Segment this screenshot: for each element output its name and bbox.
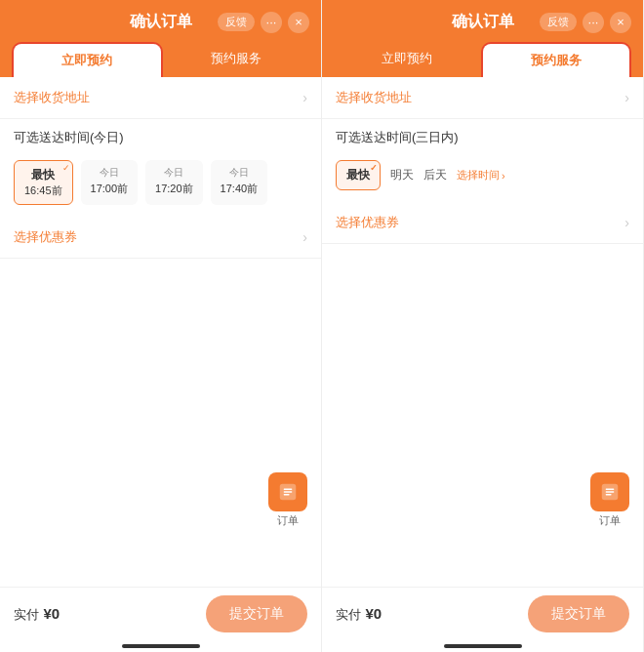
- right-timeslot-tomorrow[interactable]: 明天: [390, 167, 414, 183]
- left-timeslot-3[interactable]: 今日 17:40前: [211, 160, 268, 205]
- left-pay-label: 实付: [14, 607, 39, 622]
- left-bottom-bar: [122, 644, 200, 648]
- left-order-float-label: 订单: [277, 513, 299, 528]
- left-fastest-label: 最快: [31, 167, 55, 183]
- left-address-label: 选择收货地址: [14, 89, 90, 106]
- right-tab-scheduled[interactable]: 预约服务: [481, 42, 632, 77]
- left-header: 确认订单 反馈 ··· × 立即预约 预约服务: [0, 0, 321, 77]
- left-coupon-row[interactable]: 选择优惠券 ›: [0, 217, 321, 259]
- left-timeslot-value-3: 17:40前: [221, 182, 259, 196]
- left-submit-button[interactable]: 提交订单: [206, 595, 307, 632]
- right-timeslot-fastest[interactable]: ✓ 最快: [336, 160, 381, 190]
- right-header-title: 确认订单: [452, 12, 514, 32]
- right-panel: 确认订单 反馈 ··· × 立即预约 预约服务 选择收货地址 › 可选送达时间(…: [322, 0, 644, 652]
- right-fastest-label: 最快: [346, 167, 370, 183]
- right-feedback-button[interactable]: 反馈: [540, 13, 577, 31]
- right-header: 确认订单 反馈 ··· × 立即预约 预约服务: [322, 0, 643, 77]
- left-more-button[interactable]: ···: [261, 12, 282, 33]
- right-bottom-bar: [444, 644, 522, 648]
- left-timeslot-2[interactable]: 今日 17:20前: [145, 160, 203, 205]
- left-close-button[interactable]: ×: [288, 12, 309, 33]
- right-address-label: 选择收货地址: [336, 89, 412, 106]
- left-timeslot-value-1: 17:00前: [91, 182, 129, 196]
- left-coupon-chevron: ›: [302, 229, 307, 245]
- left-amount: ¥0: [43, 605, 60, 622]
- left-check-icon: ✓: [62, 163, 70, 173]
- right-close-button[interactable]: ×: [610, 12, 631, 33]
- left-timeslot-label-2: 今日: [164, 166, 183, 180]
- left-header-actions: 反馈 ··· ×: [218, 12, 309, 33]
- right-header-top: 确认订单 反馈 ··· ×: [334, 12, 631, 32]
- right-time-slots: ✓ 最快 明天 后天 选择时间 ›: [322, 152, 643, 202]
- left-address-chevron: ›: [302, 90, 307, 105]
- right-pay-label: 实付: [336, 607, 361, 622]
- left-timeslot-1[interactable]: 今日 17:00前: [81, 160, 139, 205]
- left-panel: 确认订单 反馈 ··· × 立即预约 预约服务 选择收货地址 › 可选送达时间(…: [0, 0, 322, 652]
- left-tab-immediate[interactable]: 立即预约: [12, 42, 163, 77]
- right-amount: ¥0: [365, 605, 382, 622]
- left-delivery-title: 可选送达时间(今日): [0, 119, 321, 152]
- left-order-float[interactable]: 订单: [268, 472, 307, 528]
- left-footer: 实付 ¥0 提交订单: [0, 587, 321, 640]
- right-address-row[interactable]: 选择收货地址 ›: [322, 77, 643, 119]
- left-timeslot-label-1: 今日: [100, 166, 119, 180]
- left-time-slots: ✓ 最快 16:45前 今日 17:00前 今日 17:20前 今日 17:40…: [0, 152, 321, 217]
- right-check-icon: ✓: [370, 163, 378, 173]
- left-timeslot-value-2: 17:20前: [155, 182, 193, 196]
- right-tab-immediate[interactable]: 立即预约: [334, 42, 481, 77]
- right-order-icon: [590, 472, 629, 511]
- right-coupon-chevron: ›: [624, 215, 629, 230]
- right-select-time-chevron: ›: [502, 170, 505, 182]
- left-content: 选择收货地址 › 可选送达时间(今日) ✓ 最快 16:45前 今日 17:00…: [0, 77, 321, 587]
- right-order-float-label: 订单: [599, 513, 621, 528]
- left-coupon-label: 选择优惠券: [14, 228, 77, 246]
- left-timeslot-value-0: 16:45前: [24, 183, 62, 198]
- left-order-icon: [268, 472, 307, 511]
- left-tabs: 立即预约 预约服务: [12, 42, 309, 77]
- left-pay-section: 实付 ¥0: [14, 605, 60, 624]
- right-submit-button[interactable]: 提交订单: [528, 595, 629, 632]
- right-delivery-title: 可选送达时间(三日内): [322, 119, 643, 152]
- left-feedback-button[interactable]: 反馈: [218, 13, 255, 31]
- right-more-button[interactable]: ···: [583, 12, 604, 33]
- left-timeslot-label-3: 今日: [229, 166, 249, 180]
- right-header-actions: 反馈 ··· ×: [540, 12, 631, 33]
- right-coupon-label: 选择优惠券: [336, 214, 399, 231]
- right-select-time-row[interactable]: 选择时间 ›: [457, 168, 505, 183]
- right-tabs: 立即预约 预约服务: [334, 42, 631, 77]
- right-order-float[interactable]: 订单: [590, 472, 629, 528]
- right-timeslot-dayafter[interactable]: 后天: [423, 167, 447, 183]
- right-address-chevron: ›: [624, 90, 629, 105]
- right-pay-section: 实付 ¥0: [336, 605, 382, 624]
- right-select-time-label: 选择时间: [457, 168, 500, 183]
- right-footer: 实付 ¥0 提交订单: [322, 587, 643, 640]
- left-header-top: 确认订单 反馈 ··· ×: [12, 12, 309, 32]
- right-content: 选择收货地址 › 可选送达时间(三日内) ✓ 最快 明天 后天 选择时间 › 选…: [322, 77, 643, 587]
- left-header-title: 确认订单: [130, 12, 192, 32]
- left-timeslot-0[interactable]: ✓ 最快 16:45前: [14, 160, 73, 205]
- left-tab-scheduled[interactable]: 预约服务: [163, 42, 310, 77]
- right-coupon-row[interactable]: 选择优惠券 ›: [322, 202, 643, 244]
- left-address-row[interactable]: 选择收货地址 ›: [0, 77, 321, 119]
